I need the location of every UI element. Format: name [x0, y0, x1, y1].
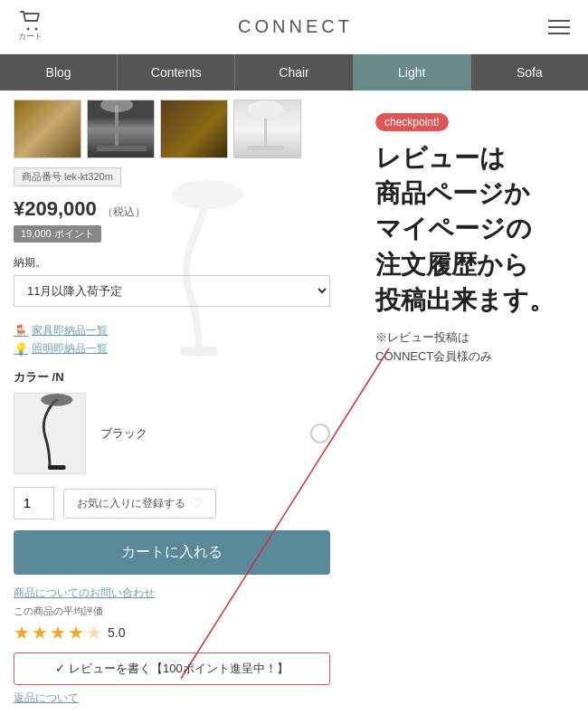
review-button[interactable]: ✓ レビューを書く【100ポイント進呈中！】 [14, 653, 330, 685]
svg-point-4 [100, 100, 133, 112]
thumbnail-2[interactable] [87, 100, 155, 158]
star-3: ★ [50, 622, 66, 643]
inquiry-link[interactable]: 商品についてのお問い合わせ [14, 586, 330, 601]
svg-rect-7 [248, 146, 284, 150]
color-options: ブラック [14, 393, 330, 474]
nav-chair[interactable]: Chair [235, 54, 353, 90]
svg-point-6 [247, 100, 283, 119]
cart-icon [20, 11, 42, 31]
nav-blog[interactable]: Blog [0, 54, 118, 90]
nav-contents[interactable]: Contents [118, 54, 235, 90]
thumbnail-4[interactable] [233, 100, 301, 158]
furniture-icon: 🪑 [14, 324, 28, 338]
thumbnail-list [14, 100, 330, 158]
lamp-swatch-icon [14, 393, 85, 473]
star-1: ★ [14, 622, 30, 643]
thumb-lamp-icon [88, 100, 155, 158]
checkpoint-badge: checkpoint! [375, 113, 449, 131]
star-5: ★ [86, 622, 102, 643]
price-tax: （税込） [102, 205, 146, 218]
nav-light[interactable]: Light [354, 54, 471, 90]
thumbnail-3[interactable] [160, 100, 228, 158]
return-link[interactable]: 返品について [14, 691, 330, 706]
star-4: ★ [68, 622, 84, 643]
lamp-decorative-overlay [140, 176, 258, 357]
hamburger-button[interactable] [548, 20, 570, 34]
cart-button[interactable]: カート [18, 11, 43, 43]
header: カート CONNECT [0, 0, 588, 54]
points-badge: 19,000 ポイント [14, 225, 101, 243]
svg-point-8 [41, 394, 72, 406]
thumbnail-1[interactable] [14, 100, 81, 158]
svg-rect-9 [48, 465, 66, 470]
color-radio-black[interactable] [310, 424, 330, 443]
svg-rect-3 [97, 146, 147, 151]
wishlist-button[interactable]: お気に入りに登録する ♡ [63, 489, 216, 519]
svg-point-11 [172, 180, 244, 209]
star-rating: ★ ★ ★ ★ ★ 5.0 [14, 622, 330, 643]
checkpoint-title: レビューは商品ページかマイページの注文履歴から投稿出来ます。 [375, 140, 574, 318]
rating-label: この商品の平均評価 [14, 605, 330, 618]
nav-sofa[interactable]: Sofa [471, 54, 588, 90]
color-label: カラー /N [14, 369, 330, 386]
checkpoint-subtitle: ※レビュー投稿はCONNECT会員様のみ [375, 329, 574, 367]
quantity-input[interactable] [14, 487, 54, 519]
thumb-white-lamp-icon [234, 100, 301, 158]
color-name: ブラック [100, 425, 147, 442]
cart-label: カート [18, 31, 43, 43]
rating-value: 5.0 [108, 625, 125, 640]
logo: CONNECT [238, 16, 353, 37]
main-content: 商品番号 lek-kt320m ¥209,000 （税込） 19,000 ポイン… [0, 90, 588, 715]
color-section: カラー /N ブラック [14, 369, 330, 474]
color-swatch-black[interactable] [14, 393, 86, 474]
add-to-cart-button[interactable]: カートに入れる [14, 530, 330, 575]
lighting-icon: 💡 [14, 342, 28, 356]
product-code: 商品番号 lek-kt320m [14, 167, 121, 186]
star-2: ★ [32, 622, 48, 643]
navigation: Blog Contents Chair Light Sofa [0, 54, 588, 90]
checkpoint-panel: checkpoint! レビューは商品ページかマイページの注文履歴から投稿出来ま… [357, 100, 588, 380]
quantity-row: お気に入りに登録する ♡ [14, 487, 330, 519]
heart-icon: ♡ [190, 495, 203, 512]
svg-rect-12 [181, 347, 217, 356]
